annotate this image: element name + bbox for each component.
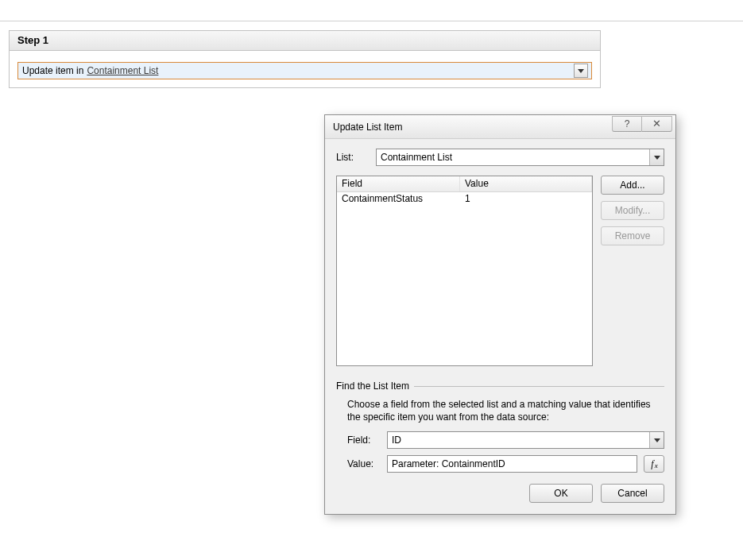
update-list-item-dialog: Update List Item ? ✕ List: Containment L… [324, 114, 676, 515]
col-header-field[interactable]: Field [337, 176, 460, 191]
find-value-row: Value: Parameter: ContainmentID fx [336, 455, 664, 473]
close-button[interactable]: ✕ [642, 116, 672, 132]
add-button[interactable]: Add... [601, 176, 664, 195]
workflow-action-row[interactable]: Update item in Containment List [17, 62, 592, 79]
list-combobox[interactable]: Containment List [376, 149, 664, 166]
list-combobox-button[interactable] [649, 149, 664, 165]
cell-value: 1 [460, 192, 592, 207]
help-button[interactable]: ? [612, 116, 642, 132]
list-combobox-value: Containment List [381, 152, 452, 163]
dialog-title: Update List Item [333, 122, 612, 133]
find-value-input[interactable]: Parameter: ContainmentID [387, 455, 637, 473]
grid-buttons: Add... Modify... Remove [601, 176, 664, 366]
dialog-titlebar[interactable]: Update List Item ? ✕ [325, 115, 675, 139]
find-legend-row: Find the List Item [336, 380, 664, 392]
cancel-button[interactable]: Cancel [601, 484, 664, 503]
find-field-label: Field: [347, 434, 381, 446]
find-value-text: Parameter: ContainmentID [392, 458, 505, 469]
fields-grid[interactable]: Field Value ContainmentStatus 1 [336, 176, 593, 366]
fx-button[interactable]: fx [644, 455, 664, 473]
action-list-link[interactable]: Containment List [87, 65, 158, 76]
chevron-down-icon [578, 69, 584, 73]
dialog-body: List: Containment List Field Value Conta… [325, 139, 675, 514]
chevron-down-icon [654, 438, 660, 442]
fields-area: Field Value ContainmentStatus 1 Add... M… [336, 176, 664, 366]
list-row: List: Containment List [336, 149, 664, 166]
action-prefix: Update item in [22, 65, 83, 76]
list-label: List: [336, 152, 370, 163]
modify-button: Modify... [601, 201, 664, 220]
cell-field: ContainmentStatus [337, 192, 460, 207]
step-panel: Step 1 Update item in Containment List [9, 30, 601, 88]
help-icon: ? [625, 118, 630, 129]
chevron-down-icon [654, 156, 660, 160]
action-dropdown-button[interactable] [574, 64, 588, 78]
find-field-combobox-button[interactable] [649, 432, 664, 448]
remove-button: Remove [601, 226, 664, 245]
close-icon: ✕ [652, 118, 661, 129]
ok-button[interactable]: OK [529, 484, 593, 503]
find-legend: Find the List Item [336, 380, 409, 392]
legend-divider [414, 386, 664, 387]
fields-grid-header: Field Value [337, 176, 592, 192]
find-field-value: ID [392, 434, 401, 446]
find-list-item-group: Find the List Item Choose a field from t… [336, 380, 664, 473]
find-description: Choose a field from the selected list an… [336, 398, 664, 431]
col-header-value[interactable]: Value [460, 176, 592, 191]
fx-icon-sub: x [655, 462, 658, 469]
dialog-footer: OK Cancel [336, 484, 664, 503]
step-body: Update item in Containment List [9, 51, 601, 88]
step-header: Step 1 [9, 30, 601, 51]
table-row[interactable]: ContainmentStatus 1 [337, 192, 592, 207]
find-field-row: Field: ID [336, 431, 664, 449]
workflow-action-text: Update item in Containment List [21, 65, 574, 76]
page-divider [0, 21, 743, 21]
fx-icon: f [651, 458, 653, 470]
find-field-combobox[interactable]: ID [387, 431, 664, 449]
find-value-label: Value: [347, 458, 381, 469]
